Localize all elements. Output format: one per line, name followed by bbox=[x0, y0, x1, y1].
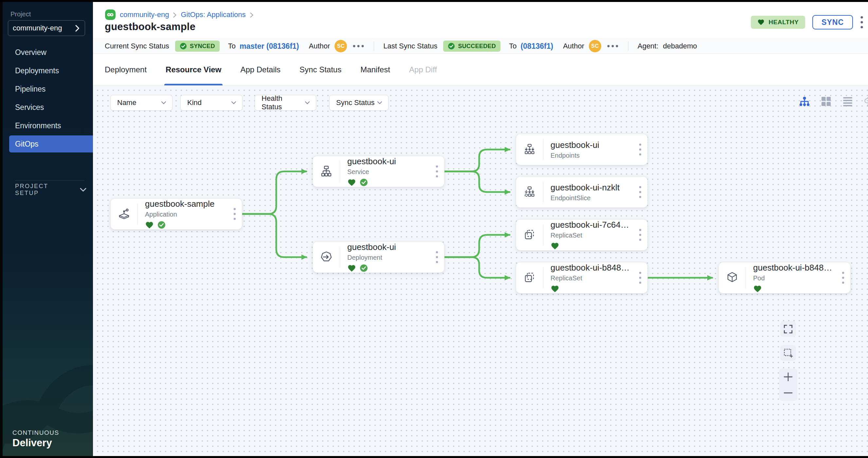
sidebar-nav: Overview Deployments Pipelines Services … bbox=[3, 43, 93, 153]
last-author-avatar[interactable]: SC bbox=[589, 40, 601, 52]
succeeded-badge: SUCCEEDED bbox=[443, 40, 500, 52]
node-kebab-icon[interactable] bbox=[633, 271, 647, 284]
zoom-out-icon bbox=[783, 391, 794, 395]
node-title: guestbook-ui-b848d5d9... bbox=[753, 263, 836, 273]
node-title: guestbook-sample bbox=[145, 199, 227, 209]
node-kind: Application bbox=[145, 211, 227, 218]
main-panel: community-eng GitOps: Applications guest… bbox=[93, 2, 868, 456]
project-selector[interactable]: community-eng bbox=[8, 20, 85, 36]
last-sync-status-label: Last Sync Status bbox=[383, 42, 437, 51]
node-application-guestbook-sample[interactable]: guestbook-sample Application bbox=[110, 198, 242, 230]
node-kebab-icon[interactable] bbox=[633, 186, 647, 199]
node-endpointslice-guestbook-ui-nzklt[interactable]: guestbook-ui-nzklt EndpointSlice bbox=[516, 176, 648, 208]
node-kind: ReplicaSet bbox=[551, 274, 633, 282]
replicaset-icon bbox=[516, 271, 543, 284]
node-kebab-icon[interactable] bbox=[227, 207, 242, 221]
project-setup-toggle[interactable]: PROJECT SETUP bbox=[15, 181, 86, 199]
healthy-heart-icon bbox=[551, 285, 559, 293]
zoom-in-button[interactable] bbox=[779, 369, 797, 385]
synced-check-icon bbox=[157, 221, 165, 229]
author-avatar[interactable]: SC bbox=[335, 40, 347, 52]
application-icon bbox=[111, 207, 137, 221]
node-replicaset-guestbook-ui-7c64987dc9[interactable]: guestbook-ui-7c64987dc9 ReplicaSet bbox=[516, 219, 648, 251]
tab-app-details[interactable]: App Details bbox=[240, 54, 280, 86]
node-replicaset-guestbook-ui-b848d5d9d[interactable]: guestbook-ui-b848d5d9d ReplicaSet bbox=[516, 262, 648, 293]
node-kind: Service bbox=[347, 168, 430, 176]
endpointslice-icon bbox=[516, 186, 543, 199]
health-status-label: HEALTHY bbox=[769, 19, 799, 26]
fullscreen-button[interactable] bbox=[780, 321, 796, 337]
sync-button[interactable]: SYNC bbox=[812, 15, 853, 29]
node-kebab-icon[interactable] bbox=[633, 228, 647, 241]
pod-icon bbox=[719, 271, 746, 284]
header-kebab-menu-icon[interactable] bbox=[860, 15, 865, 29]
resource-tree-canvas[interactable]: Name Kind Health Status Sync Status bbox=[93, 86, 868, 456]
check-circle-icon bbox=[448, 42, 455, 50]
sidebar-item-deployments[interactable]: Deployments bbox=[3, 62, 93, 80]
current-revision-link[interactable]: master (08136f1) bbox=[240, 42, 299, 51]
marquee-select-button[interactable] bbox=[780, 345, 796, 361]
synced-check-icon bbox=[360, 264, 368, 272]
node-title: guestbook-ui-7c64987dc9 bbox=[551, 220, 633, 230]
breadcrumb-applications-link[interactable]: GitOps: Applications bbox=[181, 10, 246, 19]
sync-status-bar: Current Sync Status SYNCED To master (08… bbox=[93, 39, 868, 54]
node-kind: EndpointSlice bbox=[551, 194, 633, 202]
sidebar-item-services[interactable]: Services bbox=[3, 98, 93, 117]
page-header: community-eng GitOps: Applications guest… bbox=[93, 2, 868, 39]
node-kebab-icon[interactable] bbox=[430, 251, 444, 264]
header-actions: HEALTHY SYNC bbox=[751, 15, 865, 29]
last-revision-link[interactable]: (08136f1) bbox=[520, 42, 553, 51]
healthy-heart-icon bbox=[145, 221, 154, 229]
check-circle-icon bbox=[180, 42, 187, 50]
brand-continuous: CONTINUOUS bbox=[12, 429, 59, 436]
tab-manifest[interactable]: Manifest bbox=[360, 54, 390, 86]
tab-sync-status[interactable]: Sync Status bbox=[300, 54, 341, 86]
sync-button-label: SYNC bbox=[822, 18, 844, 27]
zoom-out-button[interactable] bbox=[779, 385, 797, 401]
deployment-icon bbox=[313, 251, 340, 264]
node-service-guestbook-ui[interactable]: guestbook-ui Service bbox=[313, 156, 444, 187]
sidebar-item-gitops[interactable]: GitOps bbox=[9, 135, 93, 153]
more-options-icon[interactable] bbox=[607, 44, 619, 48]
breadcrumb: community-eng GitOps: Applications bbox=[105, 9, 254, 20]
sidebar: Project community-eng Overview Deploymen… bbox=[0, 2, 93, 456]
breadcrumb-separator-icon bbox=[250, 12, 254, 18]
author-label: Author bbox=[309, 42, 330, 51]
breadcrumb-separator-icon bbox=[173, 12, 177, 18]
healthy-heart-icon bbox=[347, 178, 356, 187]
divider bbox=[628, 41, 628, 51]
succeeded-badge-label: SUCCEEDED bbox=[458, 43, 496, 50]
sidebar-item-pipelines[interactable]: Pipelines bbox=[3, 80, 93, 98]
synced-check-icon bbox=[360, 178, 368, 187]
health-status-badge[interactable]: HEALTHY bbox=[751, 16, 805, 29]
chevron-right-icon bbox=[75, 25, 80, 32]
zoom-controls bbox=[779, 369, 797, 401]
tab-deployment[interactable]: Deployment bbox=[105, 54, 147, 86]
breadcrumb-project-link[interactable]: community-eng bbox=[120, 10, 169, 19]
node-title: guestbook-ui bbox=[347, 242, 430, 252]
sidebar-item-overview[interactable]: Overview bbox=[3, 43, 93, 62]
project-selector-value: community-eng bbox=[13, 24, 62, 32]
node-kebab-icon[interactable] bbox=[633, 143, 647, 156]
healthy-heart-icon bbox=[347, 264, 356, 272]
sidebar-item-environments[interactable]: Environments bbox=[3, 117, 93, 135]
node-endpoints-guestbook-ui[interactable]: guestbook-ui Endpoints bbox=[516, 134, 648, 165]
node-kebab-icon[interactable] bbox=[836, 271, 850, 284]
project-label: Project bbox=[10, 10, 31, 18]
node-kind: Endpoints bbox=[551, 152, 633, 159]
node-kebab-icon[interactable] bbox=[430, 165, 444, 178]
gitops-logo-icon bbox=[105, 9, 116, 20]
tab-resource-view[interactable]: Resource View bbox=[165, 54, 221, 86]
divider bbox=[374, 41, 374, 51]
node-pod-guestbook-ui-b848d5d9[interactable]: guestbook-ui-b848d5d9... Pod bbox=[718, 262, 851, 293]
endpoints-icon bbox=[516, 143, 543, 156]
more-options-icon[interactable] bbox=[352, 44, 365, 48]
current-sync-status-label: Current Sync Status bbox=[105, 42, 169, 51]
agent-label: Agent: bbox=[638, 42, 658, 51]
node-title: guestbook-ui bbox=[347, 156, 430, 166]
service-icon bbox=[313, 165, 340, 178]
node-deployment-guestbook-ui[interactable]: guestbook-ui Deployment bbox=[313, 241, 444, 273]
node-kind: Deployment bbox=[347, 254, 430, 261]
marquee-select-icon bbox=[783, 348, 794, 358]
tab-app-diff[interactable]: App Diff bbox=[409, 54, 437, 86]
